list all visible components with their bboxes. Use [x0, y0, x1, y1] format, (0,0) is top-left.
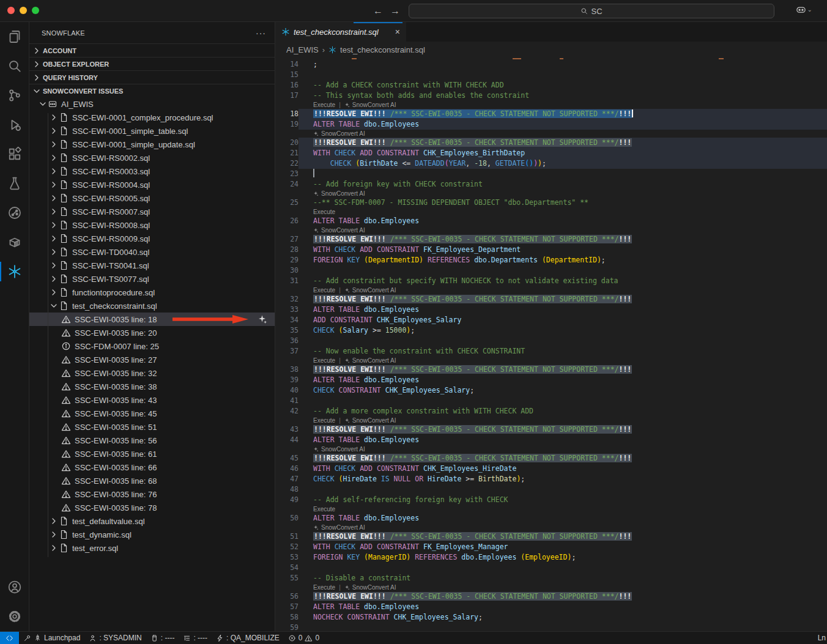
- code-content[interactable]: !!!RESOLVE EWI!!! /*** SSC-EWI-0035 - CH…: [299, 591, 827, 602]
- activity-item-extensions[interactable]: [0, 139, 29, 169]
- code-content[interactable]: ALTER TABLE dbo.Employees: [299, 216, 827, 226]
- status-item-problems[interactable]: 00: [284, 632, 324, 644]
- code-content[interactable]: WITH CHECK ADD CONSTRAINT CHK_Employees_…: [299, 464, 827, 474]
- breadcrumb-folder[interactable]: AI_EWIS: [286, 45, 319, 54]
- code-content[interactable]: CHECK (Salary >= 15000);: [299, 325, 827, 336]
- copilot-menu[interactable]: ⌄: [796, 4, 812, 15]
- tab-test-checkconstraint[interactable]: test_checkconstraint.sql ×: [275, 22, 406, 42]
- tree-file-test_defaultvalue.sql[interactable]: test_defaultvalue.sql: [29, 514, 275, 528]
- code-content[interactable]: FOREIGN KEY (ManagerID) REFERENCES dbo.E…: [299, 552, 827, 563]
- status-item-schema[interactable]: : ----: [179, 632, 212, 644]
- code-content[interactable]: ;: [299, 59, 827, 70]
- zoom-window-button[interactable]: [32, 7, 39, 14]
- code-content[interactable]: [299, 623, 827, 631]
- minimize-window-button[interactable]: [20, 7, 27, 14]
- tree-file-SSC-EWI-TD0040.sql[interactable]: SSC-EWI-TD0040.sql: [29, 245, 275, 259]
- code-editor[interactable]: 14;1516-- Add a CHECK constraint with WI…: [275, 58, 827, 631]
- section-header-query-history[interactable]: QUERY HISTORY: [29, 70, 275, 84]
- tree-folder-ai-ewis[interactable]: AI_EWIS: [29, 97, 275, 111]
- code-content[interactable]: ALTER TABLE dbo.Employees: [299, 602, 827, 612]
- section-header-object-explorer[interactable]: OBJECT EXPLORER: [29, 57, 275, 70]
- code-content[interactable]: ALTER TABLE dbo.Employees: [299, 435, 827, 445]
- issue-SSC-EWI-0035-line-43[interactable]: SSC-EWI-0035 line: 43: [29, 393, 275, 407]
- issue-SSC-EWI-0035-line-20[interactable]: SSC-EWI-0035 line: 20: [29, 326, 275, 339]
- status-item-launchpad[interactable]: Launchpad: [19, 632, 84, 644]
- tree-file-SSC-EWI-0001_simple_table.sql[interactable]: SSC-EWI-0001_simple_table.sql: [29, 124, 275, 138]
- code-content[interactable]: !!!RESOLVE EWI!!! /*** SSC-EWI-0035 - CH…: [299, 531, 827, 542]
- codelens-link-snowconvert-ai[interactable]: SnowConvert AI: [352, 357, 396, 365]
- tree-file-test_dynamic.sql[interactable]: test_dynamic.sql: [29, 528, 275, 541]
- codelens-link-snowconvert-ai[interactable]: SnowConvert AI: [352, 101, 396, 109]
- code-content[interactable]: -- Disable a constraint: [299, 573, 827, 583]
- codelens-link-snowconvert-ai[interactable]: SnowConvert AI: [321, 524, 365, 531]
- code-content[interactable]: -- Add self-referencing foreign key with…: [299, 495, 827, 505]
- codelens-link-snowconvert-ai[interactable]: SnowConvert AI: [321, 130, 365, 138]
- tree-file-SSC-EWI-0001_simple_update.sql[interactable]: SSC-EWI-0001_simple_update.sql: [29, 138, 275, 151]
- code-content[interactable]: -- Add a more complex constraint with WI…: [299, 406, 827, 416]
- status-item-role[interactable]: : SYSADMIN: [84, 632, 146, 644]
- tree-file-SSC-EWI-RS0007.sql[interactable]: SSC-EWI-RS0007.sql: [29, 205, 275, 218]
- tree-file-SSC-EWI-RS0004.sql[interactable]: SSC-EWI-RS0004.sql: [29, 178, 275, 191]
- codelens-link-snowconvert-ai[interactable]: SnowConvert AI: [321, 190, 365, 198]
- issue-SSC-EWI-0035-line-76[interactable]: SSC-EWI-0035 line: 76: [29, 487, 275, 501]
- code-content[interactable]: ALTER TABLE dbo.Employees: [299, 119, 827, 130]
- breadcrumb-file[interactable]: test_checkconstraint.sql: [340, 45, 425, 54]
- code-content[interactable]: [299, 396, 827, 406]
- code-content[interactable]: [299, 265, 827, 276]
- codelens-link-execute[interactable]: Execute: [313, 208, 335, 216]
- codelens-link-execute[interactable]: Execute: [313, 505, 335, 513]
- tree-file-SSC-EWI-RS0002.sql[interactable]: SSC-EWI-RS0002.sql: [29, 151, 275, 165]
- code-content[interactable]: !!!RESOLVE EWI!!! /*** SSC-EWI-0035 - CH…: [299, 294, 827, 305]
- codelens-link-snowconvert-ai[interactable]: SnowConvert AI: [321, 445, 365, 453]
- issue-SSC-EWI-0035-line-32[interactable]: SSC-EWI-0035 line: 32: [29, 366, 275, 380]
- nav-forward-button[interactable]: →: [388, 4, 402, 18]
- code-content[interactable]: --** SSC-FDM-0007 - MISSING DEPENDENT OB…: [299, 198, 827, 208]
- activity-item-testing[interactable]: [0, 169, 29, 198]
- tree-file-test_checkconstraint.sql[interactable]: test_checkconstraint.sql: [29, 299, 275, 313]
- code-content[interactable]: ALTER TABLE dbo.Employees: [299, 375, 827, 385]
- issue-SSC-EWI-0035-line-18[interactable]: SSC-EWI-0035 line: 18: [29, 313, 275, 326]
- code-content[interactable]: -- Add foreign key with CHECK constraint: [299, 179, 827, 190]
- issue-SSC-EWI-0035-line-51[interactable]: SSC-EWI-0035 line: 51: [29, 420, 275, 434]
- tree-file-SSC-EWI-RS0003.sql[interactable]: SSC-EWI-RS0003.sql: [29, 165, 275, 178]
- issue-SSC-EWI-0035-line-61[interactable]: SSC-EWI-0035 line: 61: [29, 447, 275, 461]
- code-content[interactable]: !!!RESOLVE EWI!!! /*** SSC-EWI-0035 - CH…: [299, 424, 827, 435]
- tree-file-test_error.sql[interactable]: test_error.sql: [29, 541, 275, 555]
- code-content[interactable]: [299, 70, 827, 80]
- status-item-database[interactable]: : ----: [146, 632, 179, 644]
- activity-item-settings[interactable]: [0, 602, 29, 631]
- code-content[interactable]: !!!RESOLVE EWI!!! /*** SSC-EWI-0035 - CH…: [299, 109, 827, 119]
- section-header-account[interactable]: ACCOUNT: [29, 43, 275, 57]
- cursor-position[interactable]: Ln: [818, 632, 826, 644]
- code-content[interactable]: -- This syntax both adds and enables the…: [299, 91, 827, 101]
- issue-SSC-EWI-0035-line-78[interactable]: SSC-EWI-0035 line: 78: [29, 501, 275, 514]
- code-content[interactable]: CHECK (BirthDate <= DATEADD(YEAR, -18, G…: [299, 158, 827, 169]
- codelens-link-snowconvert-ai[interactable]: SnowConvert AI: [321, 226, 365, 234]
- code-content[interactable]: !!!RESOLVE EWI!!! /*** SSC-EWI-0035 - CH…: [299, 234, 827, 245]
- remote-indicator[interactable]: [0, 632, 19, 644]
- issue-SSC-EWI-0035-line-38[interactable]: SSC-EWI-0035 line: 38: [29, 380, 275, 393]
- close-window-button[interactable]: [7, 7, 15, 14]
- issue-SSC-EWI-0035-line-45[interactable]: SSC-EWI-0035 line: 45: [29, 407, 275, 420]
- code-content[interactable]: WITH CHECK ADD CONSTRAINT FK_Employees_M…: [299, 542, 827, 552]
- codelens-link-execute[interactable]: Execute: [313, 416, 335, 424]
- code-content[interactable]: CHECK CONSTRAINT CHK_Employees_Salary;: [299, 385, 827, 396]
- code-content[interactable]: WITH CHECK ADD CONSTRAINT CHK_Employees_…: [299, 148, 827, 158]
- codelens-link-snowconvert-ai[interactable]: SnowConvert AI: [352, 286, 396, 294]
- code-content[interactable]: -- Add a CHECK constraint with WITH CHEC…: [299, 80, 827, 91]
- codelens-link-execute[interactable]: Execute: [313, 101, 335, 109]
- activity-item-query-history[interactable]: [0, 198, 29, 228]
- code-content[interactable]: ALTER TABLE dbo.Employees: [299, 305, 827, 315]
- codelens-link-execute[interactable]: Execute: [313, 286, 335, 294]
- activity-item-source-control[interactable]: [0, 81, 29, 110]
- issue-SSC-EWI-0035-line-66[interactable]: SSC-EWI-0035 line: 66: [29, 461, 275, 474]
- tree-file-SSC-EWI-0001_complex_procedure.sql[interactable]: SSC-EWI-0001_complex_procedure.sql: [29, 111, 275, 124]
- tree-file-SSC-EWI-TS0077.sql[interactable]: SSC-EWI-TS0077.sql: [29, 272, 275, 286]
- tree-file-SSC-EWI-RS0008.sql[interactable]: SSC-EWI-RS0008.sql: [29, 218, 275, 232]
- issue-SSC-EWI-0035-line-68[interactable]: SSC-EWI-0035 line: 68: [29, 474, 275, 487]
- section-header-snowconvert-issues[interactable]: SNOWCONVERT ISSUES: [29, 84, 275, 97]
- code-content[interactable]: -- Now enable the constraint with CHECK …: [299, 346, 827, 357]
- tree-file-functiontoprocedure.sql[interactable]: functiontoprocedure.sql: [29, 286, 275, 299]
- code-content[interactable]: [299, 484, 827, 495]
- close-tab-icon[interactable]: ×: [395, 27, 400, 37]
